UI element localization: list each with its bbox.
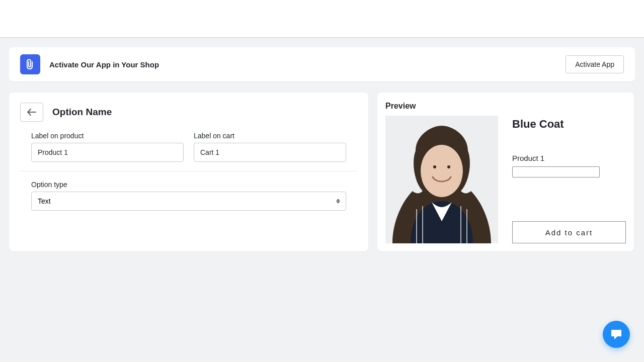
preview-option-input[interactable] bbox=[512, 166, 600, 177]
label-cart-label: Label on cart bbox=[194, 132, 346, 140]
editor-title: Option Name bbox=[52, 107, 112, 118]
label-product-group: Label on product bbox=[31, 132, 184, 162]
paperclip-icon bbox=[25, 59, 35, 70]
option-type-label: Option type bbox=[31, 180, 346, 189]
content-columns: Option Name Label on product Label on ca… bbox=[9, 93, 635, 251]
svg-point-3 bbox=[447, 165, 450, 168]
banner-title: Activate Our App in Your Shop bbox=[49, 60, 566, 69]
activate-app-button[interactable]: Activate App bbox=[566, 55, 624, 73]
editor-header: Option Name bbox=[20, 103, 357, 122]
add-to-cart-button[interactable]: Add to cart bbox=[512, 221, 626, 243]
chat-icon bbox=[610, 329, 622, 340]
label-row: Label on product Label on cart bbox=[20, 132, 357, 162]
option-editor-card: Option Name Label on product Label on ca… bbox=[9, 93, 368, 251]
preview-option-label: Product 1 bbox=[512, 154, 626, 162]
preview-product-title: Blue Coat bbox=[512, 118, 626, 131]
label-product-label: Label on product bbox=[31, 132, 184, 140]
preview-card: Preview Blue Coat bbox=[377, 93, 634, 251]
back-button[interactable] bbox=[20, 103, 43, 122]
activation-banner: Activate Our App in Your Shop Activate A… bbox=[9, 47, 635, 81]
preview-details: Blue Coat Product 1 Add to cart bbox=[512, 116, 626, 243]
page-body: Activate Our App in Your Shop Activate A… bbox=[0, 38, 644, 362]
preview-body: Blue Coat Product 1 Add to cart bbox=[385, 116, 626, 243]
label-product-input[interactable] bbox=[31, 143, 184, 162]
preview-heading: Preview bbox=[385, 102, 626, 111]
app-icon bbox=[20, 54, 40, 74]
label-cart-input[interactable] bbox=[194, 143, 346, 162]
arrow-left-icon bbox=[27, 108, 37, 116]
option-type-select-wrap: Text bbox=[31, 192, 346, 211]
person-placeholder-icon bbox=[385, 116, 498, 243]
svg-point-1 bbox=[421, 145, 463, 197]
label-cart-group: Label on cart bbox=[194, 132, 346, 162]
option-type-select[interactable]: Text bbox=[31, 192, 346, 211]
svg-point-2 bbox=[433, 165, 436, 168]
preview-product-image bbox=[385, 116, 498, 243]
top-blank-bar bbox=[0, 0, 644, 37]
chat-fab-button[interactable] bbox=[603, 321, 630, 348]
form-divider bbox=[20, 171, 357, 171]
